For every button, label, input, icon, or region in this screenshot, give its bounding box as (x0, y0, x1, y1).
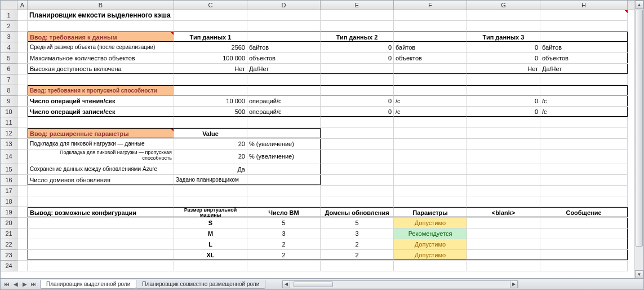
column-headers: A B C D E F G H (1, 1, 643, 10)
cell-value[interactable]: 0 (321, 107, 394, 117)
row-header[interactable]: 24 (1, 261, 17, 271)
vm-count: 5 (247, 218, 321, 228)
reads-per-sec-label: Число операций чтения/сек (28, 96, 174, 106)
row-header[interactable]: 20 (1, 218, 17, 229)
col-header-C[interactable]: C (174, 1, 247, 10)
vm-count: 3 (247, 229, 321, 239)
max-obj-count-label: Максимальное количество объектов (28, 53, 174, 63)
col-header-A[interactable]: A (17, 1, 28, 10)
scroll-thumb[interactable] (636, 10, 643, 247)
tab-next-icon[interactable]: ▶ (21, 280, 29, 288)
dtype3-header: Тип данных 3 (467, 32, 540, 42)
section-header-data-req: Ввод: требования к данным (28, 32, 174, 42)
row-header[interactable]: 12 (1, 128, 17, 139)
row-header[interactable]: 22 (1, 239, 17, 250)
tab-colocated-role[interactable]: Планировщик совместно размещенной роли (136, 280, 265, 289)
scroll-right-button[interactable]: ▶ (510, 281, 518, 288)
status-badge: Допустимо (394, 218, 467, 228)
scroll-up-button[interactable]: ▲ (635, 1, 643, 9)
row-header[interactable]: 6 (1, 64, 17, 74)
col-header-B[interactable]: B (28, 1, 174, 10)
vm-count: 2 (247, 250, 321, 260)
row-header[interactable]: 1 (1, 10, 17, 21)
row-header[interactable]: 21 (1, 229, 17, 239)
col-upgrade-domains: Домены обновления (321, 207, 394, 217)
row-header[interactable]: 14 (1, 150, 17, 164)
cell-unit: % (увеличение) (247, 139, 321, 149)
cell-unit: Да/Нет (247, 64, 321, 74)
col-params: Параметры (394, 207, 467, 217)
tab-prev-icon[interactable]: ◀ (12, 280, 20, 288)
row-header[interactable]: 3 (1, 32, 17, 42)
scroll-down-button[interactable]: ▼ (635, 270, 643, 279)
upgrade-domains: 5 (321, 218, 394, 228)
cell-value[interactable]: Да (174, 164, 247, 174)
section-header-advanced: Ввод: расширенные параметры (28, 128, 174, 138)
col-header-H[interactable]: H (540, 1, 628, 10)
peak-throughput-padding-label: Подкладка для пиковой нагрузки — пропуск… (28, 150, 174, 164)
cell-value[interactable]: 0 (467, 42, 540, 52)
cell-value[interactable]: Задано планировщиком (174, 175, 247, 185)
cell-value[interactable]: 0 (467, 107, 540, 117)
tab-first-icon[interactable]: ⏮ (3, 280, 11, 288)
page-title: Планировщик емкости выделенного кэша (28, 10, 174, 20)
row-header[interactable]: 11 (1, 117, 17, 128)
tab-last-icon[interactable]: ⏭ (30, 280, 38, 288)
cell-unit: операций/с (247, 96, 321, 106)
col-header-F[interactable]: F (394, 1, 467, 10)
cell-value[interactable]: 0 (321, 42, 394, 52)
col-blank: <blank> (467, 207, 540, 217)
keep-data-azure-updates-label: Сохранение данных между обновлениями Azu… (28, 164, 174, 174)
cell-unit: байтов (247, 42, 321, 52)
row-header[interactable]: 18 (1, 196, 17, 207)
row-header[interactable]: 13 (1, 139, 17, 150)
cell-value[interactable]: 0 (321, 96, 394, 106)
row-header[interactable]: 8 (1, 85, 17, 96)
cell-unit: /с (540, 107, 628, 117)
cell-value[interactable]: 500 (174, 107, 247, 117)
cell-value[interactable]: Нет (467, 64, 540, 74)
tab-dedicated-role[interactable]: Планировщик выделенной роли (40, 280, 136, 289)
cell-unit: объектов (247, 53, 321, 63)
row-header[interactable]: 2 (1, 21, 17, 32)
cell-value[interactable]: 0 (321, 53, 394, 63)
row-header[interactable]: 10 (1, 107, 17, 117)
col-header-E[interactable]: E (321, 1, 394, 10)
col-header-D[interactable]: D (247, 1, 321, 10)
ha-enabled-label: Высокая доступность включена (28, 64, 174, 74)
row-header[interactable]: 9 (1, 96, 17, 107)
vm-size: S (174, 218, 247, 228)
cell-value[interactable]: 20 (174, 139, 247, 149)
row-header[interactable]: 4 (1, 42, 17, 53)
cell-unit: /с (394, 96, 467, 106)
cell-value[interactable]: 10 000 (174, 96, 247, 106)
col-message: Сообщение (540, 207, 628, 217)
cell-grid[interactable]: Планировщик емкости выделенного кэша Вво… (17, 10, 628, 271)
row-header[interactable]: 23 (1, 250, 17, 261)
col-header-G[interactable]: G (467, 1, 540, 10)
cell-value[interactable]: 20 (174, 150, 247, 164)
row-header[interactable]: 15 (1, 164, 17, 175)
row-header[interactable]: 16 (1, 175, 17, 186)
hscroll-thumb[interactable] (294, 282, 333, 287)
select-all-corner[interactable] (1, 1, 17, 10)
status-badge: Рекомендуется (394, 229, 467, 239)
cell-value[interactable]: Нет (174, 64, 247, 74)
vertical-scrollbar[interactable]: ▲ ▼ (634, 1, 643, 279)
cell-value[interactable]: 0 (467, 53, 540, 63)
status-badge: Допустимо (394, 239, 467, 249)
row-header[interactable]: 7 (1, 74, 17, 85)
upgrade-domains: 2 (321, 250, 394, 260)
row-header[interactable]: 5 (1, 53, 17, 64)
cell-value[interactable]: 2560 (174, 42, 247, 52)
cell-value[interactable]: 0 (467, 96, 540, 106)
scroll-left-button[interactable]: ◀ (282, 281, 290, 288)
row-header[interactable]: 19 (1, 207, 17, 218)
cell-unit: операций/с (247, 107, 321, 117)
vm-size: L (174, 239, 247, 249)
horizontal-scrollbar[interactable]: ◀ ▶ (282, 280, 518, 288)
row-header[interactable]: 17 (1, 186, 17, 196)
cell-value[interactable]: 100 000 (174, 53, 247, 63)
output-section-header: Вывод: возможные конфигурации (28, 207, 174, 217)
status-badge: Допустимо (394, 250, 467, 260)
